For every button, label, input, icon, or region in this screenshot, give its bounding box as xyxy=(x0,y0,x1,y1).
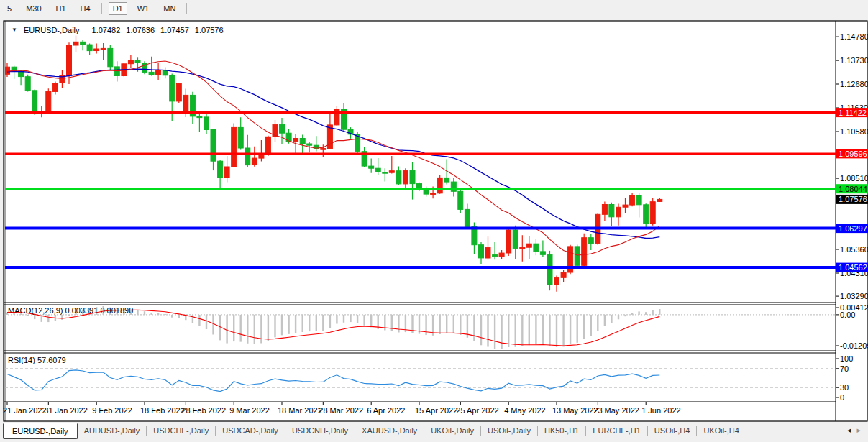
tab-ukoil-h4[interactable]: UKOil-,H4 xyxy=(697,423,746,438)
rsi-tick-label: 30 xyxy=(840,383,849,392)
candle-body xyxy=(101,48,106,50)
candle-body xyxy=(506,230,511,253)
chart-menu-triangle-icon[interactable]: ▼ xyxy=(12,27,17,33)
candle-body xyxy=(534,244,539,252)
chart-window xyxy=(4,21,867,421)
candle-body xyxy=(156,71,161,75)
candle-body xyxy=(170,75,175,101)
price-tick-label: 1.12680 xyxy=(840,80,868,88)
price-tick-label: 1.05360 xyxy=(840,245,868,254)
candle-body xyxy=(73,42,78,45)
tab-usdchf-daily[interactable]: USDCHF-,Daily xyxy=(147,423,215,438)
tab-scroll-left-icon[interactable]: ◂ xyxy=(847,425,851,435)
price-tick-label: 1.03290 xyxy=(840,292,868,300)
tab-eurchf-h1[interactable]: EURCHF-,H1 xyxy=(586,423,647,438)
ohlc-high: 1.07636 xyxy=(126,26,155,34)
candle-body xyxy=(582,238,587,266)
macd-zero-label: 0.00 xyxy=(840,310,855,319)
candle-body xyxy=(114,67,119,76)
candle-body xyxy=(437,178,442,193)
candle-body xyxy=(417,184,422,188)
ohlc-low: 1.07457 xyxy=(160,26,189,34)
candle-body xyxy=(644,205,649,224)
macd-min-label: -0.012091 xyxy=(840,341,868,350)
level-price-label-text: 1.04562 xyxy=(839,263,867,272)
level-price-label: 1.06297 xyxy=(836,224,868,233)
candle-body xyxy=(540,252,545,254)
candle-body xyxy=(265,137,270,155)
candle-body xyxy=(232,127,237,167)
level-price-label: 1.09596 xyxy=(836,149,868,158)
candle-body xyxy=(451,182,456,191)
candle-body xyxy=(493,255,498,257)
ohlc-close: 1.07576 xyxy=(195,26,224,34)
candle-body xyxy=(46,91,51,111)
tab-separator xyxy=(746,426,746,436)
tab-hk50-h1[interactable]: HK50-,H1 xyxy=(538,423,585,438)
candle-body xyxy=(657,199,662,201)
rsi-tick-label: 100 xyxy=(840,354,853,363)
candle-body xyxy=(293,139,298,142)
candle-body xyxy=(128,60,133,64)
candle-body xyxy=(5,67,10,74)
candle-body xyxy=(176,83,181,101)
candle-body xyxy=(32,91,37,112)
candle-body xyxy=(163,71,168,75)
level-price-label: 1.11422 xyxy=(836,108,868,117)
candle-body xyxy=(52,83,58,92)
candle-body xyxy=(431,193,436,195)
candle-body xyxy=(300,139,305,144)
candle-body xyxy=(636,195,641,205)
candle-body xyxy=(307,144,312,145)
date-tick-label: 25 Apr 2022 xyxy=(456,406,498,415)
rsi-tick-label: 0 xyxy=(840,393,844,402)
date-tick-label: 13 May 2022 xyxy=(552,406,598,415)
price-tick-label: 1.08510 xyxy=(840,174,868,183)
candle-body xyxy=(383,172,388,174)
candle-body xyxy=(211,130,216,162)
date-tick-label: 9 Mar 2022 xyxy=(229,406,270,415)
rsi-tick-label: 70 xyxy=(840,364,849,373)
level-price-label: 1.08044 xyxy=(836,184,868,193)
date-tick-label: 18 Feb 2022 xyxy=(140,406,185,415)
date-tick-label: 28 Mar 2022 xyxy=(319,406,363,415)
current-price-label-text: 1.07576 xyxy=(839,195,867,203)
symbol-tab-bar: EURUSD-,DailyAUDUSD-,DailyUSDCHF-,DailyU… xyxy=(0,423,868,442)
candle-body xyxy=(369,166,374,168)
level-price-label-text: 1.09596 xyxy=(839,149,867,158)
current-price-label: 1.07576 xyxy=(836,195,868,204)
candle-body xyxy=(87,45,92,51)
candle-body xyxy=(616,207,621,217)
candle-body xyxy=(609,205,614,217)
candle-body xyxy=(252,158,257,165)
date-tick-label: 9 Feb 2022 xyxy=(92,406,132,415)
ohlc-open: 1.07482 xyxy=(92,26,121,34)
tab-usoil-daily[interactable]: USOil-,Daily xyxy=(481,423,537,438)
candle-body xyxy=(485,247,490,258)
candle-body xyxy=(458,191,463,209)
candle-body xyxy=(602,205,607,215)
tab-usdcnh-daily[interactable]: USDCNH-,Daily xyxy=(285,423,355,438)
candle-body xyxy=(81,42,86,45)
tab-usoil-h4[interactable]: USOil-,H4 xyxy=(648,423,697,438)
chart-symbol: EURUSD-,Daily xyxy=(24,26,80,34)
tab-usdcad-daily[interactable]: USDCAD-,Daily xyxy=(216,423,285,438)
level-price-label-text: 1.11422 xyxy=(839,109,867,117)
candle-body xyxy=(204,117,209,130)
candle-body xyxy=(245,148,250,165)
tab-xauusd-daily[interactable]: XAUUSD-,Daily xyxy=(355,423,424,438)
candle-body xyxy=(499,253,504,257)
candle-body xyxy=(375,168,380,172)
candle-body xyxy=(547,254,552,285)
level-price-label-text: 1.08044 xyxy=(839,185,867,193)
tab-audusd-daily[interactable]: AUDUSD-,Daily xyxy=(78,423,147,438)
date-tick-label: 28 Feb 2022 xyxy=(181,406,226,415)
candle-body xyxy=(197,116,202,118)
candle-body xyxy=(334,109,339,125)
candle-body xyxy=(513,230,518,249)
tab-scroll-right-icon[interactable]: ▸ xyxy=(856,425,861,435)
candle-body xyxy=(108,48,113,66)
tab-ukoil-daily[interactable]: UKOil-,Daily xyxy=(424,423,480,438)
tab-eurusd-daily[interactable]: EURUSD-,Daily xyxy=(3,423,78,439)
rsi-indicator-label: RSI(14) 57.6079 xyxy=(8,356,66,364)
